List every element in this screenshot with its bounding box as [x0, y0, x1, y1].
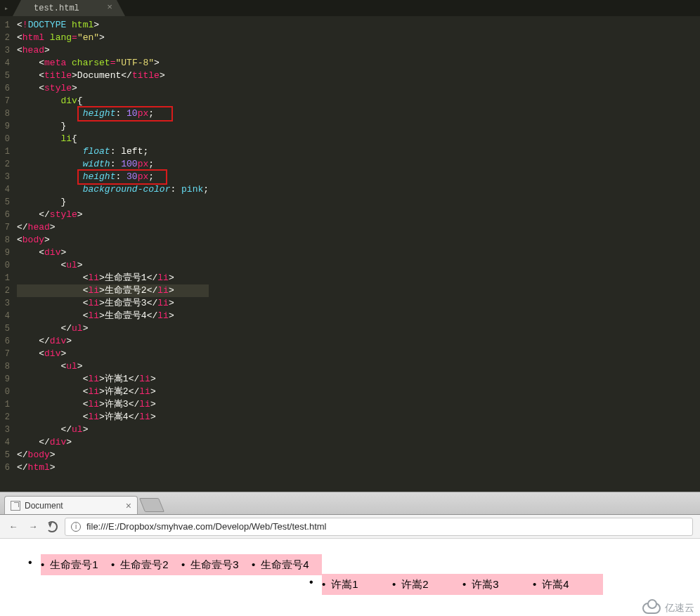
line-number: 0: [0, 133, 10, 145]
code-line[interactable]: <div>: [17, 348, 209, 360]
line-number: 8: [0, 107, 10, 120]
line-number: 8: [0, 360, 10, 373]
line-number: 3: [0, 171, 10, 183]
line-number: 5: [0, 322, 10, 335]
line-number: 3: [0, 44, 10, 57]
editor-tab[interactable]: test.html ×: [13, 0, 125, 16]
close-icon[interactable]: ×: [107, 2, 112, 13]
code-line[interactable]: <html lang="en">: [17, 32, 209, 44]
browser-toolbar: ← → i file:///E:/Dropbox/smyhvae.com/Dev…: [0, 515, 700, 539]
line-number: 2: [0, 284, 10, 297]
close-icon[interactable]: ×: [126, 500, 131, 511]
site-info-icon[interactable]: i: [71, 522, 81, 532]
code-line[interactable]: <li>许嵩3</li>: [17, 398, 209, 411]
code-line[interactable]: <li>生命壹号4</li>: [17, 310, 209, 322]
code-line[interactable]: <ul>: [17, 360, 209, 373]
code-line[interactable]: </ul>: [17, 424, 209, 436]
line-number: 1: [0, 145, 10, 158]
code-line[interactable]: </ul>: [17, 322, 209, 335]
code-editor[interactable]: 123456789012345678901234567890123456 <!D…: [0, 16, 700, 474]
code-line[interactable]: }: [17, 196, 209, 209]
code-line[interactable]: <li>许嵩1</li>: [17, 373, 209, 386]
code-line[interactable]: <li>许嵩4</li>: [17, 411, 209, 424]
code-line[interactable]: </html>: [17, 461, 209, 474]
code-line[interactable]: height: 10px;: [17, 107, 209, 120]
line-number: 7: [0, 348, 10, 360]
url-text: file:///E:/Dropbox/smyhvae.com/Develop/W…: [86, 521, 327, 532]
code-line[interactable]: float: left;: [17, 145, 209, 158]
forward-button[interactable]: →: [27, 521, 39, 532]
list-bullet: •: [28, 556, 32, 569]
list-item: 许嵩4: [533, 578, 603, 591]
list-item: 生命壹号4: [252, 558, 322, 572]
code-line[interactable]: </body>: [17, 449, 209, 461]
list-item: 生命壹号1: [41, 558, 111, 572]
new-tab-button[interactable]: [139, 498, 164, 512]
list-item: 许嵩3: [462, 578, 533, 591]
code-line[interactable]: </div>: [17, 335, 209, 348]
line-number: 9: [0, 247, 10, 259]
line-number: 4: [0, 310, 10, 322]
page-icon: [11, 501, 20, 511]
line-number: 5: [0, 196, 10, 209]
back-button[interactable]: ←: [7, 521, 20, 532]
code-line[interactable]: li{: [17, 133, 209, 145]
browser-tabstrip: Document ×: [0, 492, 700, 515]
reload-icon[interactable]: [46, 521, 58, 532]
list-item: 许嵩1: [322, 578, 392, 591]
line-number: 3: [0, 424, 10, 436]
code-line[interactable]: </head>: [17, 221, 209, 234]
line-number: 5: [0, 70, 10, 82]
line-number: 8: [0, 234, 10, 247]
code-line[interactable]: </div>: [17, 436, 209, 449]
code-line[interactable]: <li>生命壹号3</li>: [17, 297, 209, 310]
code-line[interactable]: <head>: [17, 44, 209, 57]
list-item: 生命壹号3: [181, 558, 252, 572]
line-number: 4: [0, 436, 10, 449]
line-number: 4: [0, 57, 10, 70]
line-number: 0: [0, 386, 10, 398]
code-line[interactable]: <li>生命壹号1</li>: [17, 272, 209, 284]
code-line[interactable]: background-color: pink;: [17, 183, 209, 196]
list-item: 生命壹号2: [111, 558, 181, 572]
code-line[interactable]: <meta charset="UTF-8">: [17, 57, 209, 70]
browser-tab[interactable]: Document ×: [4, 496, 138, 514]
line-number: 6: [0, 209, 10, 221]
line-number: 3: [0, 297, 10, 310]
editor-tabbar: ▸ test.html ×: [0, 0, 700, 16]
code-line[interactable]: <li>许嵩2</li>: [17, 386, 209, 398]
code-line[interactable]: div{: [17, 95, 209, 107]
code-line[interactable]: <body>: [17, 234, 209, 247]
code-area[interactable]: <!DOCTYPE html><html lang="en"><head> <m…: [13, 19, 209, 474]
line-number: 6: [0, 82, 10, 95]
editor-tab-title: test.html: [34, 4, 79, 13]
code-line[interactable]: }: [17, 120, 209, 133]
line-number: 7: [0, 221, 10, 234]
line-number: 4: [0, 183, 10, 196]
code-line[interactable]: </style>: [17, 209, 209, 221]
code-line[interactable]: height: 30px;: [17, 171, 209, 183]
browser-window: Document × ← → i file:///E:/Dropbox/smyh…: [0, 492, 700, 616]
code-line[interactable]: <ul>: [17, 259, 209, 272]
browser-tab-title: Document: [25, 501, 63, 511]
rendered-page: • 生命壹号1生命壹号2生命壹号3生命壹号4 • 许嵩1许嵩2许嵩3许嵩4: [0, 539, 700, 554]
line-number: 9: [0, 120, 10, 133]
line-number: 9: [0, 373, 10, 386]
line-number: 2: [0, 411, 10, 424]
line-number: 2: [0, 158, 10, 171]
tab-dropdown-icon[interactable]: ▸: [0, 0, 13, 16]
line-number: 0: [0, 259, 10, 272]
line-number: 2: [0, 32, 10, 44]
address-bar[interactable]: i file:///E:/Dropbox/smyhvae.com/Develop…: [65, 518, 693, 536]
code-line[interactable]: <!DOCTYPE html>: [17, 19, 209, 32]
line-number: 1: [0, 272, 10, 284]
code-line[interactable]: <div>: [17, 247, 209, 259]
list-1: 生命壹号1生命壹号2生命壹号3生命壹号4: [41, 554, 322, 575]
watermark: 亿速云: [642, 602, 694, 615]
code-line[interactable]: <li>生命壹号2</li>: [17, 284, 209, 297]
line-number: 6: [0, 461, 10, 474]
code-line[interactable]: width: 100px;: [17, 158, 209, 171]
code-line[interactable]: <title>Document</title>: [17, 70, 209, 82]
list-item: 许嵩2: [392, 578, 462, 591]
code-line[interactable]: <style>: [17, 82, 209, 95]
